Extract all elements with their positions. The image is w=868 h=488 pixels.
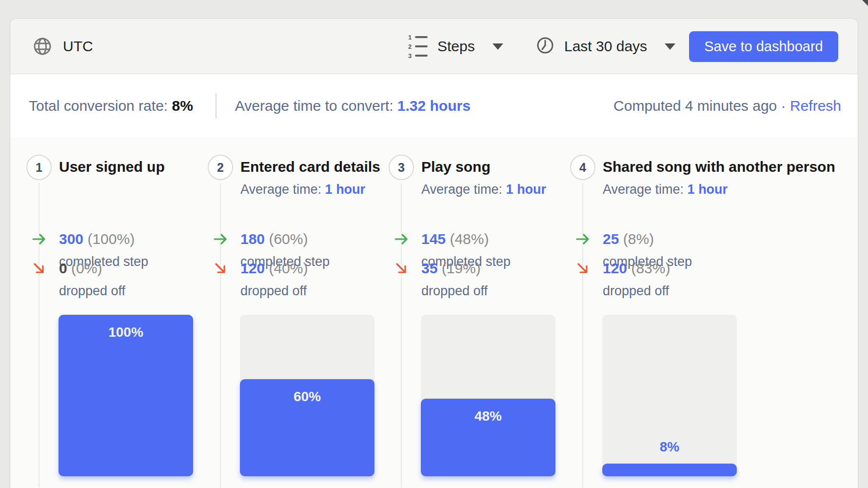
view-type-label: Steps [437,38,475,55]
dropped-arrow-icon [213,261,228,278]
step-guide-line [582,183,583,488]
date-range-label: Last 30 days [564,38,647,55]
dropped-pct: (0%) [71,260,102,276]
dropped-arrow-icon [32,261,46,278]
globe-icon [33,37,52,56]
dropped-label: dropped off [603,284,669,299]
completed-pct: (8%) [623,231,654,247]
completed-arrow-icon [575,232,590,248]
completed-pct: (48%) [450,231,489,247]
dropped-metric: 120 (40%) [240,260,308,277]
completed-count: 145 [421,231,446,247]
step-number-badge: 3 [389,155,414,180]
step-guide-line [220,183,221,488]
funnel-insight-card: UTC 1 2 3 Steps Last 30 days Save to da [10,18,858,488]
completed-pct: (100%) [87,231,135,247]
funnel-bar-label: 60% [240,389,375,405]
average-time: Average time: 1 hour [603,182,728,197]
chevron-down-icon [493,43,503,50]
funnel-bar-label: 8% [602,439,737,455]
step-title: Shared song with another person [603,159,835,175]
funnel-bar-fill[interactable] [602,464,737,476]
divider [216,93,217,119]
step-guide-line [39,183,39,488]
dropped-metric: 35 (19%) [421,260,481,277]
dropped-arrow-icon [394,261,409,278]
completed-count: 300 [59,231,83,247]
funnel-bar-label: 100% [59,325,193,340]
dropped-pct: (19%) [442,260,481,276]
clock-icon [536,36,554,57]
average-time-value: 1.32 hours [397,98,471,114]
timezone-control[interactable]: UTC [33,19,93,74]
dropped-metric: 0 (0%) [59,260,102,277]
dropped-label: dropped off [421,284,488,299]
completed-arrow-icon [394,232,409,248]
completed-metric: 180 (60%) [240,231,308,247]
computed-status: Computed 4 minutes ago · Refresh [613,98,841,114]
dropped-count: 35 [421,260,437,276]
funnel-step-column: 1 User signed up 300 (100%) completed st… [22,137,204,488]
completed-pct: (60%) [269,231,308,247]
funnel-visualization: 1 User signed up 300 (100%) completed st… [10,137,858,488]
dropped-metric: 120 (83%) [603,260,670,277]
completed-metric: 300 (100%) [59,231,135,247]
total-conversion-rate: Total conversion rate: 8% [29,98,193,114]
completed-arrow-icon [32,232,46,248]
step-title: Entered card details [240,159,380,175]
save-to-dashboard-button[interactable]: Save to dashboard [689,31,838,62]
cursor-artifact [862,0,868,6]
completed-count: 180 [240,231,265,247]
step-guide-line [401,183,402,488]
step-title: User signed up [59,159,165,175]
funnel-step-column: 2 Entered card details Average time: 1 h… [204,137,385,488]
average-time: Average time: 1 hour [421,182,546,197]
dropped-count: 120 [240,260,265,276]
refresh-link[interactable]: Refresh [790,98,841,114]
step-number-badge: 1 [26,155,52,180]
date-range-dropdown[interactable]: Last 30 days [536,19,675,74]
dropped-count: 0 [59,260,67,276]
dropped-label: dropped off [240,284,307,299]
view-type-dropdown[interactable]: 1 2 3 Steps [408,19,503,74]
completed-metric: 25 (8%) [603,231,654,247]
insight-toolbar: UTC 1 2 3 Steps Last 30 days Save to da [10,19,858,74]
completed-metric: 145 (48%) [421,231,489,247]
funnel-bar-label: 48% [421,408,555,424]
completed-arrow-icon [213,232,228,248]
funnel-step-column: 3 Play song Average time: 1 hour 145 (48… [385,137,566,488]
total-conversion-value: 8% [172,98,193,114]
dropped-pct: (40%) [269,260,308,276]
funnel-bar-track: 60% [240,315,375,476]
summary-row: Total conversion rate: 8% Average time t… [10,74,858,137]
timezone-label: UTC [63,38,93,55]
dropped-arrow-icon [575,261,590,278]
average-time: Average time: 1 hour [240,182,365,197]
dropped-count: 120 [603,260,627,276]
funnel-bar-track: 48% [421,315,555,476]
step-number-badge: 2 [208,155,233,180]
funnel-bar-track: 8% [602,315,737,476]
average-time-to-convert: Average time to convert: 1.32 hours [235,98,471,114]
funnel-step-column: 4 Shared song with another person Averag… [566,137,748,488]
dropped-pct: (83%) [631,260,670,276]
numbered-list-icon: 1 2 3 [408,34,428,59]
step-number-badge: 4 [570,155,595,180]
completed-count: 25 [603,231,619,247]
chevron-down-icon [665,43,675,50]
funnel-bar-track: 100% [59,315,193,476]
dropped-label: dropped off [59,284,125,299]
step-title: Play song [421,159,491,175]
